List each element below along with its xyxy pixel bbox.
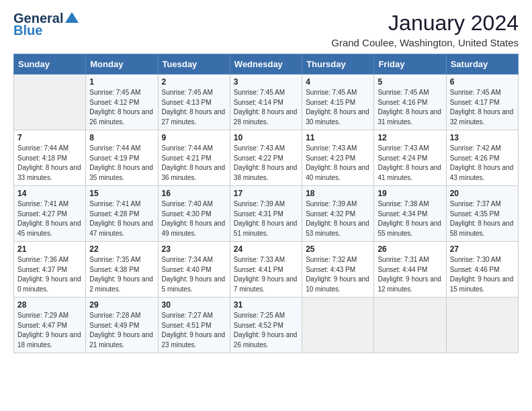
day-info: Sunrise: 7:35 AMSunset: 4:38 PMDaylight:… — [89, 255, 154, 294]
day-cell: 12Sunrise: 7:43 AMSunset: 4:24 PMDayligh… — [374, 130, 446, 186]
day-info: Sunrise: 7:45 AMSunset: 4:15 PMDaylight:… — [306, 88, 370, 127]
day-info: Sunrise: 7:43 AMSunset: 4:22 PMDaylight:… — [234, 144, 298, 183]
day-number: 16 — [162, 189, 226, 198]
day-info: Sunrise: 7:44 AMSunset: 4:18 PMDaylight:… — [17, 144, 82, 183]
day-number: 6 — [450, 77, 515, 87]
location-title: Grand Coulee, Washington, United States — [331, 37, 519, 48]
col-header-tuesday: Tuesday — [158, 54, 230, 75]
day-cell — [14, 75, 86, 130]
day-number: 23 — [162, 244, 226, 254]
header-row: SundayMondayTuesdayWednesdayThursdayFrid… — [14, 54, 519, 75]
day-number: 28 — [17, 300, 82, 310]
day-info: Sunrise: 7:33 AMSunset: 4:41 PMDaylight:… — [234, 255, 298, 294]
col-header-saturday: Saturday — [446, 54, 518, 75]
day-info: Sunrise: 7:37 AMSunset: 4:35 PMDaylight:… — [450, 199, 515, 238]
day-cell: 15Sunrise: 7:41 AMSunset: 4:28 PMDayligh… — [86, 186, 158, 242]
day-number: 13 — [450, 133, 515, 142]
day-number: 27 — [450, 244, 515, 254]
day-cell: 13Sunrise: 7:42 AMSunset: 4:26 PMDayligh… — [446, 130, 518, 186]
day-info: Sunrise: 7:25 AMSunset: 4:52 PMDaylight:… — [234, 311, 298, 350]
week-row-1: 1Sunrise: 7:45 AMSunset: 4:12 PMDaylight… — [14, 75, 519, 130]
day-info: Sunrise: 7:45 AMSunset: 4:12 PMDaylight:… — [89, 88, 154, 127]
day-info: Sunrise: 7:32 AMSunset: 4:43 PMDaylight:… — [306, 255, 370, 294]
day-info: Sunrise: 7:29 AMSunset: 4:47 PMDaylight:… — [17, 311, 82, 350]
day-info: Sunrise: 7:34 AMSunset: 4:40 PMDaylight:… — [162, 255, 226, 294]
day-cell: 4Sunrise: 7:45 AMSunset: 4:15 PMDaylight… — [302, 75, 374, 130]
day-cell — [374, 298, 446, 353]
day-number: 12 — [378, 133, 442, 142]
col-header-sunday: Sunday — [14, 54, 86, 75]
week-row-2: 7Sunrise: 7:44 AMSunset: 4:18 PMDaylight… — [14, 130, 519, 186]
day-cell: 29Sunrise: 7:28 AMSunset: 4:49 PMDayligh… — [86, 298, 158, 353]
day-cell: 26Sunrise: 7:31 AMSunset: 4:44 PMDayligh… — [374, 242, 446, 298]
day-info: Sunrise: 7:41 AMSunset: 4:28 PMDaylight:… — [89, 199, 154, 238]
day-number: 7 — [17, 133, 82, 142]
day-cell — [302, 298, 374, 353]
day-cell: 5Sunrise: 7:45 AMSunset: 4:16 PMDaylight… — [374, 75, 446, 130]
day-info: Sunrise: 7:44 AMSunset: 4:21 PMDaylight:… — [162, 144, 226, 183]
day-cell: 20Sunrise: 7:37 AMSunset: 4:35 PMDayligh… — [446, 186, 518, 242]
week-row-3: 14Sunrise: 7:41 AMSunset: 4:27 PMDayligh… — [14, 186, 519, 242]
day-cell: 14Sunrise: 7:41 AMSunset: 4:27 PMDayligh… — [14, 186, 86, 242]
month-title: January 2024 — [331, 11, 519, 36]
day-cell: 2Sunrise: 7:45 AMSunset: 4:13 PMDaylight… — [158, 75, 230, 130]
day-info: Sunrise: 7:45 AMSunset: 4:17 PMDaylight:… — [450, 88, 515, 127]
day-info: Sunrise: 7:43 AMSunset: 4:23 PMDaylight:… — [306, 144, 370, 183]
day-cell: 16Sunrise: 7:40 AMSunset: 4:30 PMDayligh… — [158, 186, 230, 242]
day-number: 20 — [450, 189, 515, 198]
day-info: Sunrise: 7:27 AMSunset: 4:51 PMDaylight:… — [162, 311, 226, 350]
day-cell: 30Sunrise: 7:27 AMSunset: 4:51 PMDayligh… — [158, 298, 230, 353]
day-cell — [446, 298, 518, 353]
col-header-monday: Monday — [86, 54, 158, 75]
day-number: 18 — [306, 189, 370, 198]
day-cell: 25Sunrise: 7:32 AMSunset: 4:43 PMDayligh… — [302, 242, 374, 298]
day-number: 26 — [378, 244, 442, 254]
day-cell: 22Sunrise: 7:35 AMSunset: 4:38 PMDayligh… — [86, 242, 158, 298]
day-info: Sunrise: 7:30 AMSunset: 4:46 PMDaylight:… — [450, 255, 515, 294]
week-row-5: 28Sunrise: 7:29 AMSunset: 4:47 PMDayligh… — [14, 298, 519, 353]
page-header: General Blue January 2024 Grand Coulee, … — [13, 11, 519, 48]
day-number: 2 — [162, 77, 226, 87]
day-info: Sunrise: 7:41 AMSunset: 4:27 PMDaylight:… — [17, 199, 82, 238]
day-number: 10 — [234, 133, 298, 142]
day-info: Sunrise: 7:45 AMSunset: 4:14 PMDaylight:… — [234, 88, 298, 127]
day-cell: 3Sunrise: 7:45 AMSunset: 4:14 PMDaylight… — [230, 75, 302, 130]
day-cell: 6Sunrise: 7:45 AMSunset: 4:17 PMDaylight… — [446, 75, 518, 130]
day-number: 14 — [17, 189, 82, 198]
day-cell: 9Sunrise: 7:44 AMSunset: 4:21 PMDaylight… — [158, 130, 230, 186]
day-number: 24 — [234, 244, 298, 254]
svg-marker-0 — [65, 12, 79, 23]
col-header-thursday: Thursday — [302, 54, 374, 75]
logo-icon — [64, 11, 79, 26]
day-number: 1 — [89, 77, 154, 87]
day-number: 3 — [234, 77, 298, 87]
day-number: 19 — [378, 189, 442, 198]
day-cell: 7Sunrise: 7:44 AMSunset: 4:18 PMDaylight… — [14, 130, 86, 186]
day-info: Sunrise: 7:28 AMSunset: 4:49 PMDaylight:… — [89, 311, 154, 350]
day-number: 21 — [17, 244, 82, 254]
day-cell: 27Sunrise: 7:30 AMSunset: 4:46 PMDayligh… — [446, 242, 518, 298]
day-cell: 8Sunrise: 7:44 AMSunset: 4:19 PMDaylight… — [86, 130, 158, 186]
day-number: 30 — [162, 300, 226, 310]
day-number: 17 — [234, 189, 298, 198]
day-number: 8 — [89, 133, 154, 142]
logo: General Blue — [13, 11, 79, 38]
week-row-4: 21Sunrise: 7:36 AMSunset: 4:37 PMDayligh… — [14, 242, 519, 298]
day-number: 31 — [234, 300, 298, 310]
day-info: Sunrise: 7:43 AMSunset: 4:24 PMDaylight:… — [378, 144, 442, 183]
day-info: Sunrise: 7:39 AMSunset: 4:32 PMDaylight:… — [306, 199, 370, 238]
day-cell: 10Sunrise: 7:43 AMSunset: 4:22 PMDayligh… — [230, 130, 302, 186]
day-info: Sunrise: 7:39 AMSunset: 4:31 PMDaylight:… — [234, 199, 298, 238]
day-info: Sunrise: 7:42 AMSunset: 4:26 PMDaylight:… — [450, 144, 515, 183]
day-info: Sunrise: 7:40 AMSunset: 4:30 PMDaylight:… — [162, 199, 226, 238]
day-cell: 21Sunrise: 7:36 AMSunset: 4:37 PMDayligh… — [14, 242, 86, 298]
day-cell: 19Sunrise: 7:38 AMSunset: 4:34 PMDayligh… — [374, 186, 446, 242]
day-cell: 24Sunrise: 7:33 AMSunset: 4:41 PMDayligh… — [230, 242, 302, 298]
day-cell: 1Sunrise: 7:45 AMSunset: 4:12 PMDaylight… — [86, 75, 158, 130]
day-info: Sunrise: 7:45 AMSunset: 4:16 PMDaylight:… — [378, 88, 442, 127]
day-info: Sunrise: 7:38 AMSunset: 4:34 PMDaylight:… — [378, 199, 442, 238]
title-block: January 2024 Grand Coulee, Washington, U… — [331, 11, 519, 48]
day-number: 15 — [89, 189, 154, 198]
day-number: 25 — [306, 244, 370, 254]
day-info: Sunrise: 7:36 AMSunset: 4:37 PMDaylight:… — [17, 255, 82, 294]
